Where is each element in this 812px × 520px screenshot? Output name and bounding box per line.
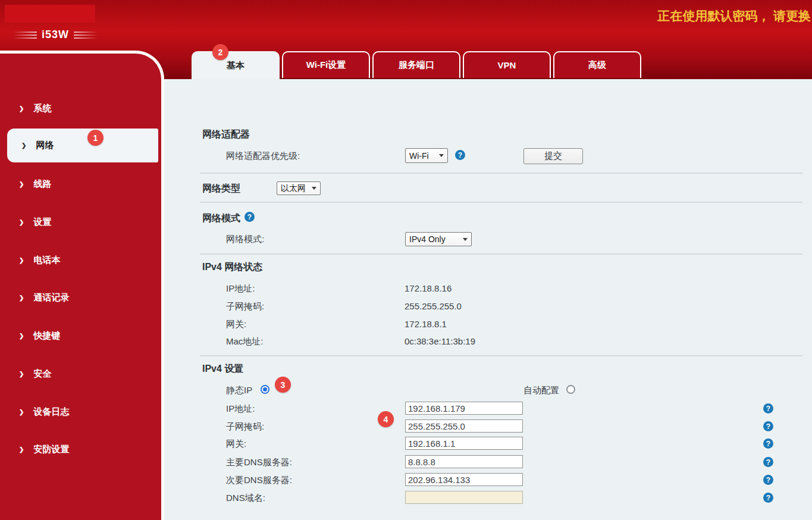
selected-value: Wi-Fi (409, 151, 429, 161)
chevron-down-icon (439, 154, 444, 157)
sidebar-item-label: 设置 (33, 217, 51, 228)
help-icon[interactable]: ? (763, 493, 773, 503)
section-divider (200, 173, 802, 174)
device-logo: i53W (13, 29, 98, 41)
chevron-right-icon: ❯ (19, 409, 24, 415)
adapter-priority-select[interactable]: Wi-Fi (405, 148, 448, 163)
subnet-mask-input[interactable] (405, 419, 523, 433)
adapter-priority-label: 网络适配器优先级: (226, 151, 300, 162)
gateway-input[interactable] (405, 437, 523, 450)
status-row-label: 网关: (226, 319, 246, 330)
sidebar-item-label: 电话本 (33, 255, 60, 266)
status-row-label: 子网掩码: (226, 301, 264, 312)
tab-basic[interactable]: 基本 2 (192, 51, 280, 79)
sidebar-item-call-logs[interactable]: ❯ 通话记录 (0, 289, 161, 306)
help-icon[interactable]: ? (455, 150, 465, 160)
sidebar-nav: ❯ 系统 ❯ 网络 1 ❯ 线路 ❯ 设置 ❯ 电话本 ❯ 通话记录 ❯ 快捷键… (0, 51, 164, 520)
tab-advanced[interactable]: 高级 (553, 51, 641, 78)
primary-dns-input[interactable] (405, 455, 523, 468)
router-config-page: i53W 正在使用默认密码， 请更换 ❯ 系统 ❯ 网络 1 ❯ 线路 ❯ 设置… (0, 0, 812, 520)
chevron-right-icon: ❯ (21, 142, 26, 149)
chevron-down-icon (312, 187, 316, 190)
annotation-badge-4: 4 (378, 411, 394, 427)
section-title-network-adapter: 网络适配器 (202, 129, 250, 141)
tab-label: VPN (498, 60, 516, 70)
chevron-right-icon: ❯ (19, 105, 24, 112)
section-divider (200, 355, 802, 356)
sidebar-item-settings[interactable]: ❯ 设置 (0, 214, 161, 230)
status-row-value: 172.18.8.1 (405, 319, 447, 329)
field-label: 子网掩码: (226, 421, 264, 433)
tab-label: 高级 (588, 59, 606, 71)
dns-domain-input[interactable] (405, 491, 523, 504)
help-icon[interactable]: ? (763, 403, 773, 414)
help-icon[interactable]: ? (763, 438, 773, 449)
tab-vpn[interactable]: VPN (463, 51, 551, 78)
sidebar-item-line[interactable]: ❯ 线路 (0, 176, 161, 192)
chevron-right-icon: ❯ (19, 446, 24, 453)
auto-config-radio[interactable] (566, 385, 575, 394)
secondary-dns-input[interactable] (405, 473, 523, 486)
annotation-badge-3: 3 (275, 377, 291, 393)
section-divider (200, 202, 802, 203)
status-row-value: 172.18.8.16 (405, 283, 452, 293)
sidebar-item-label: 线路 (33, 178, 51, 190)
chevron-right-icon: ❯ (19, 219, 24, 225)
tab-wifi-settings[interactable]: Wi-Fi设置 (282, 51, 370, 78)
header-logo-area (5, 5, 95, 23)
logo-speed-lines-left (13, 32, 37, 39)
auto-config-label: 自动配置 (523, 385, 559, 396)
selected-value: 以太网 (281, 183, 306, 194)
sidebar-item-security-settings[interactable]: ❯ 安防设置 (0, 441, 161, 458)
default-password-warning: 正在使用默认密码， 请更换 (657, 8, 811, 24)
help-icon[interactable]: ? (244, 212, 255, 222)
sidebar-item-network[interactable]: ❯ 网络 (7, 129, 158, 162)
sidebar-item-security[interactable]: ❯ 安全 (0, 365, 161, 382)
sidebar-item-system[interactable]: ❯ 系统 (0, 100, 161, 117)
help-icon[interactable]: ? (763, 475, 773, 485)
sidebar-item-label: 网络 (36, 140, 54, 151)
status-row-label: IP地址: (226, 283, 255, 295)
device-model-label: i53W (42, 29, 69, 41)
chevron-right-icon: ❯ (19, 257, 24, 264)
section-title-ipv4-settings: IPv4 设置 (202, 363, 243, 375)
submit-button[interactable]: 提交 (523, 148, 583, 164)
network-mode-label: 网络模式: (226, 234, 264, 245)
sidebar-item-label: 快捷键 (33, 330, 60, 342)
sidebar-item-device-log[interactable]: ❯ 设备日志 (0, 403, 161, 420)
network-mode-select[interactable]: IPv4 Only (405, 232, 472, 246)
field-label: IP地址: (226, 403, 255, 415)
tab-label: 基本 (227, 60, 244, 71)
sidebar-item-phonebook[interactable]: ❯ 电话本 (0, 252, 161, 268)
help-icon[interactable]: ? (763, 421, 773, 431)
chevron-right-icon: ❯ (19, 371, 24, 377)
radio-dot (263, 387, 267, 391)
network-type-select[interactable]: 以太网 (277, 181, 321, 195)
field-label: 次要DNS服务器: (226, 475, 292, 486)
ip-address-input[interactable] (405, 402, 523, 415)
field-label: 网关: (226, 438, 246, 450)
sidebar-item-label: 通话记录 (33, 292, 69, 303)
chevron-right-icon: ❯ (19, 333, 24, 339)
help-icon[interactable]: ? (763, 457, 773, 467)
logo-speed-lines-right (74, 32, 98, 39)
network-type-label: 网络类型 (202, 183, 240, 195)
static-ip-radio[interactable] (261, 385, 269, 394)
static-ip-label: 静态IP (226, 385, 252, 396)
sidebar-item-function-key[interactable]: ❯ 快捷键 (0, 327, 161, 344)
sidebar-item-label: 安防设置 (33, 444, 69, 455)
chevron-right-icon: ❯ (19, 181, 24, 187)
status-row-value: 0c:38:3e:11:3b:19 (405, 336, 475, 346)
tab-service-port[interactable]: 服务端口 (372, 51, 460, 78)
annotation-badge-2: 2 (212, 44, 228, 60)
annotation-badge-1: 1 (87, 130, 104, 146)
sidebar-item-label: 系统 (33, 103, 51, 114)
sidebar-item-label: 安全 (33, 368, 51, 380)
chevron-right-icon: ❯ (19, 295, 24, 301)
tab-label: 服务端口 (399, 59, 434, 71)
field-label: 主要DNS服务器: (226, 457, 292, 468)
chevron-down-icon (463, 238, 468, 241)
main-content: 网络适配器 网络适配器优先级: Wi-Fi ? 提交 网络类型 以太网 网络模式… (164, 79, 812, 520)
section-title-ipv4-status: IPv4 网络状态 (202, 261, 262, 274)
sidebar-item-label: 设备日志 (33, 406, 69, 418)
